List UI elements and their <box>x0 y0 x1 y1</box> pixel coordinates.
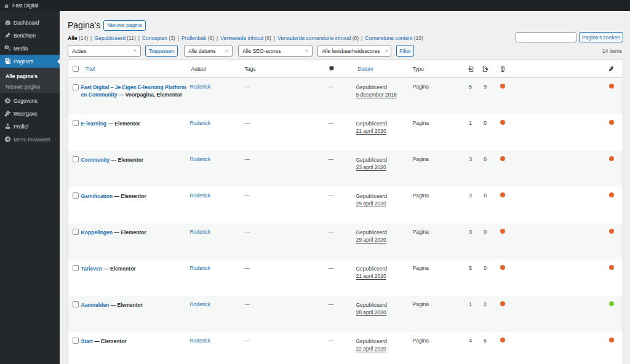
sidebar-item-label: Menu invouwen <box>14 136 50 143</box>
row-checkbox[interactable] <box>73 338 79 344</box>
seo-score-dot <box>500 265 505 270</box>
tags-value: — <box>245 301 250 307</box>
publish-status: Gepubliceerd <box>356 121 388 127</box>
readability-score-dot <box>609 84 614 89</box>
page-title-link[interactable]: Tarieven <box>81 266 102 272</box>
sidebar-item-berichten[interactable]: Berichten <box>0 29 60 42</box>
chevron-down-icon <box>384 48 389 53</box>
comments-value: — <box>329 265 334 271</box>
add-new-page-button[interactable]: Nieuwe pagina <box>103 20 145 31</box>
author-link[interactable]: Roderick <box>190 156 211 162</box>
submenu-item-alle-paginas[interactable]: Alle pagina's <box>0 71 60 81</box>
table-row: Tarieven — Elementor Roderick — — Gepubl… <box>68 259 623 296</box>
publish-status: Gepubliceerd <box>356 266 388 272</box>
view-filter-link[interactable]: Cornerstone content (10) <box>365 35 423 41</box>
incoming-links-count: 1 <box>469 120 472 126</box>
page-title-link[interactable]: Start <box>81 338 93 344</box>
incoming-links-count: 5 <box>469 84 472 90</box>
tags-value: — <box>245 156 250 162</box>
view-filter: Prullenbak (6)| <box>181 35 220 41</box>
author-link[interactable]: Roderick <box>190 301 211 307</box>
readability-score-dot <box>609 229 614 234</box>
sidebar-item-label: Gegevens <box>14 98 38 104</box>
page-title-link[interactable]: Koppelingen <box>81 229 113 235</box>
comments-value: — <box>329 338 334 344</box>
view-filter: Alle (14)| <box>68 35 94 41</box>
search-input[interactable] <box>516 32 576 42</box>
sidebar-item-gegevens[interactable]: Gegevens <box>0 94 60 107</box>
sidebar-item-label: Pagina's <box>14 58 33 65</box>
comments-value: — <box>329 301 334 307</box>
readability-filter-select[interactable]: Alle leesbaarheidsscores <box>317 45 391 57</box>
main-content: Pagina's Nieuwe pagina Pagina's zoeken A… <box>60 11 630 364</box>
date-filter-select[interactable]: Alle datums <box>184 45 233 57</box>
column-header-title[interactable]: Titel <box>86 66 95 72</box>
author-link[interactable]: Roderick <box>190 229 211 235</box>
dashboard-icon <box>4 19 11 26</box>
row-checkbox[interactable] <box>73 84 79 90</box>
author-link[interactable]: Roderick <box>190 84 211 90</box>
incoming-links-count: 3 <box>469 156 472 162</box>
admin-bar-site-name[interactable]: Fast Digital <box>0 0 42 11</box>
sidebar-item-paginas[interactable]: Pagina's <box>0 55 60 68</box>
table-header: Titel Auteur Tags Datum Type <box>68 60 623 78</box>
select-all-checkbox[interactable] <box>73 66 79 72</box>
page-title-link[interactable]: Aanmelden <box>81 302 110 308</box>
type-value: Pagina <box>413 301 429 307</box>
sidebar-item-menu-invouwen[interactable]: Menu invouwen <box>0 133 60 146</box>
sidebar-item-dashboard[interactable]: Dashboard <box>0 16 60 29</box>
column-header-date[interactable]: Datum <box>358 66 373 72</box>
row-checkbox[interactable] <box>73 229 79 235</box>
view-filter-link[interactable]: Prullenbak (6) <box>181 35 214 41</box>
author-link[interactable]: Roderick <box>190 338 211 344</box>
readability-score-dot <box>609 265 614 270</box>
view-filter: Concepten (3)| <box>142 35 181 41</box>
outgoing-links-count: 0 <box>484 229 487 235</box>
row-checkbox[interactable] <box>73 120 79 126</box>
pages-table: Titel Auteur Tags Datum Type Fast Digita… <box>68 60 623 364</box>
view-filter-link[interactable]: Verweesde inhoud (6) <box>220 35 271 41</box>
view-filter-link[interactable]: Concepten (3) <box>142 35 175 41</box>
row-checkbox[interactable] <box>73 265 79 271</box>
column-header-author: Auteur <box>191 66 207 72</box>
sidebar-item-label: Berichten <box>14 33 36 39</box>
view-filter-link[interactable]: Verouderde cornerstone inhoud (0) <box>277 35 359 41</box>
author-link[interactable]: Roderick <box>190 120 211 126</box>
sidebar-item-weergave[interactable]: Weergave <box>0 107 60 120</box>
author-link[interactable]: Roderick <box>190 192 211 199</box>
post-states: — Elementor <box>110 157 143 163</box>
post-states: — Elementor <box>93 338 127 344</box>
tags-value: — <box>245 338 250 344</box>
column-header-tags: Tags <box>245 66 256 72</box>
author-link[interactable]: Roderick <box>190 265 211 271</box>
bulk-actions-select[interactable]: Acties <box>68 45 141 57</box>
type-value: Pagina <box>413 229 429 235</box>
search-pages-button[interactable]: Pagina's zoeken <box>579 32 623 42</box>
row-checkbox[interactable] <box>73 301 79 307</box>
admin-bar: Fast Digital <box>0 0 630 11</box>
publish-status: Gepubliceerd <box>356 84 388 90</box>
table-row: Aanmelden — Elementor Roderick — — Gepub… <box>68 296 623 332</box>
apply-button[interactable]: Toepassen <box>145 45 178 57</box>
type-value: Pagina <box>413 265 429 271</box>
row-checkbox[interactable] <box>73 156 79 162</box>
view-filter: Verweesde inhoud (6)| <box>220 35 277 41</box>
tags-value: — <box>245 192 250 199</box>
sidebar-item-profiel[interactable]: Profiel <box>0 120 60 133</box>
page-title-link[interactable]: E-learning <box>81 121 107 127</box>
page-title-link[interactable]: Gamification <box>81 193 113 199</box>
view-filter-link[interactable]: Gepubliceerd (11) <box>94 35 135 41</box>
row-checkbox[interactable] <box>73 192 79 199</box>
menu-invouwen-icon <box>4 136 11 143</box>
type-value: Pagina <box>413 120 429 126</box>
filter-button[interactable]: Filter <box>396 45 414 57</box>
view-filter-link[interactable]: Alle (14) <box>68 35 88 41</box>
sidebar-item-label: Media <box>14 46 28 52</box>
comments-value: — <box>329 120 334 126</box>
berichten-icon <box>4 32 11 39</box>
submenu-item-nieuwe-pagina[interactable]: Nieuwe pagina <box>0 81 60 92</box>
sidebar-item-media[interactable]: Media <box>0 42 60 55</box>
seo-score-filter-select[interactable]: Alle SEO-scores <box>238 45 313 57</box>
profiel-icon <box>4 123 11 130</box>
page-title-link[interactable]: Community <box>81 157 110 163</box>
